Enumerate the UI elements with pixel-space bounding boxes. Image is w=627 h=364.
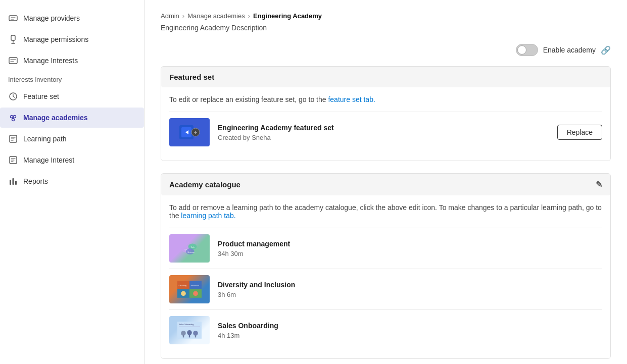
featured-set-header: Featured set <box>161 67 610 87</box>
main-content: Admin › Manage academies › Engineering A… <box>144 0 627 364</box>
svg-rect-11 <box>15 181 17 185</box>
svg-rect-35 <box>183 335 184 338</box>
featured-set-body: To edit or replace an existing feature s… <box>161 87 610 161</box>
reports-icon <box>8 176 18 186</box>
manage-interest-icon <box>8 155 18 165</box>
sidebar-item-label: Manage permissions <box>23 35 88 43</box>
replace-button[interactable]: Replace <box>557 125 602 140</box>
catalogue-duration-pm: 34h 30m <box>218 250 602 257</box>
breadcrumb: Admin › Manage academies › Engineering A… <box>161 12 611 20</box>
sidebar: Manage providers Manage permissions Mana… <box>0 0 144 364</box>
breadcrumb-sep-2: › <box>248 12 250 20</box>
svg-text:Diversify: Diversify <box>178 284 187 287</box>
academy-catalogue-section: Academy catalogue ✎ To add or remove a l… <box>161 173 611 359</box>
academies-icon <box>8 113 18 123</box>
sidebar-item-label: Manage Interests <box>23 57 78 65</box>
featured-set-desc-before: To edit or replace an existing feature s… <box>169 95 328 103</box>
svg-point-27 <box>181 291 186 296</box>
catalogue-title-pm: Product management <box>218 240 602 248</box>
featured-set-item-sub: Created by Sneha <box>218 134 549 141</box>
breadcrumb-admin[interactable]: Admin <box>161 12 179 20</box>
catalogue-info-di: Diversity and Inclusion 3h 6m <box>218 281 602 298</box>
featured-set-item-title: Engineering Academy featured set <box>218 124 549 132</box>
interests-icon <box>8 56 18 66</box>
breadcrumb-current: Engineering Academy <box>253 12 322 20</box>
link-icon[interactable]: 🔗 <box>601 45 611 55</box>
sidebar-item-label: Manage providers <box>23 14 80 22</box>
catalogue-thumb-pm: UX Tech Business <box>169 234 210 263</box>
interests-inventory-label: Interests inventory <box>0 72 144 85</box>
svg-text:Tech: Tech <box>190 246 195 248</box>
catalogue-thumb-so: Sales Onboarding <box>169 316 210 344</box>
svg-rect-9 <box>10 180 11 185</box>
catalogue-title-di: Diversity and Inclusion <box>218 281 602 289</box>
sidebar-item-reports[interactable]: Reports <box>0 171 144 191</box>
sidebar-item-label: Feature set <box>23 92 59 100</box>
permissions-icon <box>8 34 18 44</box>
academy-catalogue-desc: To add or remove a learning path to the … <box>169 203 602 220</box>
sidebar-item-learning-path[interactable]: Learning path <box>0 129 144 149</box>
sidebar-item-label: Manage Interest <box>23 156 74 164</box>
sidebar-item-manage-academies[interactable]: Manage academies <box>0 108 144 128</box>
sidebar-item-manage-interest[interactable]: Manage Interest <box>0 150 144 170</box>
catalogue-item-so: Sales Onboarding Sales Onboarding 4h 13m <box>169 309 602 350</box>
sidebar-item-feature-set[interactable]: Feature set <box>0 86 144 107</box>
sidebar-item-manage-interests[interactable]: Manage Interests <box>0 50 144 71</box>
catalogue-info-so: Sales Onboarding 4h 13m <box>218 322 602 339</box>
svg-rect-2 <box>9 58 17 64</box>
svg-rect-31 <box>179 327 200 327</box>
breadcrumb-manage-academies[interactable]: Manage academies <box>187 12 245 20</box>
svg-point-32 <box>181 331 186 336</box>
learning-path-tab-link[interactable]: learning path tab. <box>181 212 235 220</box>
edit-icon[interactable]: ✎ <box>596 180 602 189</box>
providers-icon <box>8 13 18 23</box>
toggle-knob <box>517 45 526 55</box>
catalogue-item-pm: UX Tech Business Product management 34h … <box>169 228 602 269</box>
catalogue-item-di: Diversify Inclusion Diversity and Inclus… <box>169 269 602 309</box>
feature-set-tab-link[interactable]: feature set tab. <box>328 95 375 103</box>
svg-rect-1 <box>11 35 15 40</box>
svg-text:Sales Onboarding: Sales Onboarding <box>179 324 194 326</box>
svg-rect-37 <box>195 335 196 338</box>
featured-set-desc: To edit or replace an existing feature s… <box>169 95 602 103</box>
toggle-row: Enable academy 🔗 <box>161 44 611 56</box>
sidebar-item-manage-providers[interactable]: Manage providers <box>0 8 144 28</box>
learning-path-icon <box>8 134 18 144</box>
academy-catalogue-body: To add or remove a learning path to the … <box>161 195 610 358</box>
featured-set-item: Engineering Academy featured set Created… <box>169 112 602 152</box>
svg-point-28 <box>193 291 198 296</box>
page-description: Engineering Academy Description <box>161 24 611 32</box>
catalogue-thumb-di: Diversify Inclusion <box>169 275 210 303</box>
sidebar-item-label: Learning path <box>23 135 67 143</box>
featured-set-section: Featured set To edit or replace an exist… <box>161 66 611 161</box>
sidebar-item-manage-permissions[interactable]: Manage permissions <box>0 29 144 49</box>
svg-point-33 <box>187 330 192 335</box>
featured-set-title: Featured set <box>169 73 214 81</box>
svg-text:Inclusion: Inclusion <box>190 284 199 287</box>
svg-rect-10 <box>13 178 14 185</box>
catalogue-title-so: Sales Onboarding <box>218 322 602 330</box>
sidebar-item-label: Manage academies <box>23 114 88 122</box>
featured-set-thumbnail <box>169 118 210 146</box>
svg-text:Business: Business <box>187 251 195 253</box>
catalogue-duration-so: 4h 13m <box>218 332 602 339</box>
sidebar-item-label: Reports <box>23 177 48 185</box>
svg-point-6 <box>12 119 15 121</box>
svg-point-4 <box>11 116 13 118</box>
svg-rect-36 <box>189 335 190 338</box>
svg-point-34 <box>193 331 198 336</box>
academy-catalogue-header: Academy catalogue ✎ <box>161 174 610 195</box>
academy-catalogue-title: Academy catalogue <box>169 180 240 189</box>
svg-point-5 <box>14 116 16 118</box>
featured-set-info: Engineering Academy featured set Created… <box>218 124 549 141</box>
svg-text:UX: UX <box>184 248 187 251</box>
enable-academy-toggle[interactable] <box>516 44 538 56</box>
feature-set-icon <box>8 91 18 101</box>
svg-rect-0 <box>9 16 17 21</box>
catalogue-duration-di: 3h 6m <box>218 291 602 298</box>
toggle-label: Enable academy <box>543 46 596 54</box>
breadcrumb-sep-1: › <box>182 12 184 20</box>
catalogue-info-pm: Product management 34h 30m <box>218 240 602 257</box>
